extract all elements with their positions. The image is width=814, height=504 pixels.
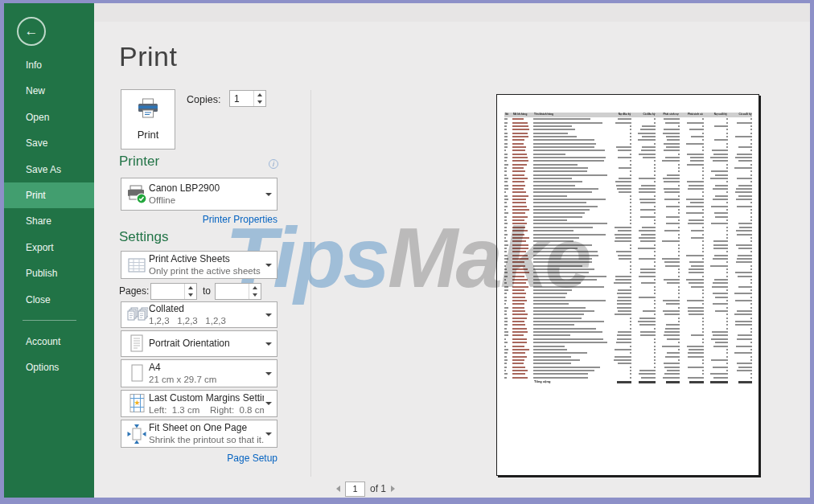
sidebar-nav: InfoNewOpenSaveSave AsPrintShareExportPu…: [4, 52, 94, 313]
svg-text:★: ★: [134, 399, 140, 407]
pages-to-label: to: [203, 285, 211, 297]
preview-table: SttMã kh.hàngTên khách hàngNợ đầu kỳCó đ…: [504, 113, 752, 385]
print-button-label: Print: [138, 129, 159, 141]
preview-total-row: Tổng cộng: [504, 379, 752, 385]
sidebar-item-save[interactable]: Save: [4, 130, 94, 156]
chevron-down-icon: [265, 432, 272, 436]
collated-icon: [125, 305, 149, 325]
spin-down-icon[interactable]: [254, 99, 265, 107]
preview-rows: [504, 117, 752, 379]
chevron-down-icon: [265, 372, 272, 375]
paper-size-icon: [125, 363, 149, 384]
spin-up-icon[interactable]: [254, 91, 265, 99]
collation-dropdown[interactable]: Collated 1,2,3 1,2,3 1,2,3: [121, 301, 278, 328]
print-preview-page: SttMã kh.hàngTên khách hàngNợ đầu kỳCó đ…: [496, 94, 759, 476]
fit-sheet-icon: [125, 424, 149, 445]
sidebar-item-export[interactable]: Export: [4, 235, 94, 260]
scaling-dropdown[interactable]: Fit Sheet on One Page Shrink the printou…: [121, 420, 278, 448]
sidebar-item-print[interactable]: Print: [4, 182, 94, 208]
page-title: Print: [119, 41, 177, 72]
paper-size-sub: 21 cm x 29.7 cm: [149, 374, 216, 385]
chevron-down-icon: [265, 342, 272, 346]
info-icon[interactable]: i: [269, 159, 278, 169]
sidebar-item-account[interactable]: Account: [4, 329, 94, 354]
chevron-down-icon: [265, 402, 272, 405]
pages-to-spinner[interactable]: [249, 284, 261, 299]
sidebar-item-options[interactable]: Options: [4, 354, 94, 380]
print-what-label: Print Active Sheets: [149, 253, 261, 265]
back-arrow-icon: ←: [25, 23, 39, 39]
printer-status: Offline: [149, 195, 220, 206]
collation-sub: 1,2,3 1,2,3 1,2,3: [149, 315, 226, 326]
printer-dropdown[interactable]: Canon LBP2900 Offline: [121, 178, 278, 211]
copies-label: Copies:: [187, 94, 220, 105]
active-sheets-icon: [125, 256, 149, 274]
portrait-page-icon: [125, 334, 149, 354]
orientation-label: Portrait Orientation: [149, 338, 230, 350]
preview-table-header: SttMã kh.hàngTên khách hàngNợ đầu kỳCó đ…: [504, 113, 752, 117]
settings-heading: Settings: [119, 229, 168, 245]
print-pane: TipsMake Print Print: [94, 22, 810, 498]
margins-label: Last Custom Margins Setting: [149, 392, 264, 404]
scaling-label: Fit Sheet on One Page: [149, 422, 264, 434]
next-page-icon[interactable]: [391, 486, 395, 492]
printer-properties-link[interactable]: Printer Properties: [121, 214, 278, 225]
backstage-view: Bang can doi phat sinh cong no cua mot t…: [4, 3, 810, 498]
copies-input[interactable]: [230, 91, 253, 106]
pages-row: Pages: to: [119, 283, 360, 300]
page-setup-link[interactable]: Page Setup: [121, 453, 278, 464]
collation-label: Collated: [149, 303, 226, 315]
copies-spinner[interactable]: [253, 91, 265, 106]
sidebar-item-save-as[interactable]: Save As: [4, 157, 94, 182]
print-button[interactable]: Print: [121, 89, 175, 150]
back-button[interactable]: ←: [17, 17, 46, 46]
sidebar-item-new[interactable]: New: [4, 78, 94, 104]
paper-size-dropdown[interactable]: A4 21 cm x 29.7 cm: [121, 359, 278, 387]
printer-heading: Printer: [119, 154, 159, 170]
title-bar: Bang can doi phat sinh cong no cua mot t…: [94, 3, 810, 22]
sidebar-divider: [23, 320, 76, 321]
pages-from-spinner[interactable]: [184, 284, 196, 299]
canon-printer-icon: [125, 184, 149, 205]
current-page-input[interactable]: [345, 481, 365, 497]
scaling-sub: Shrink the printout so that it...: [149, 434, 264, 445]
pages-label: Pages:: [119, 285, 149, 297]
sidebar-item-publish[interactable]: Publish: [4, 260, 94, 286]
sidebar-item-open[interactable]: Open: [4, 104, 94, 130]
printer-icon: [136, 98, 160, 123]
margins-dropdown[interactable]: ★ Last Custom Margins Setting Left: 1.3 …: [121, 390, 278, 417]
pages-to-stepper: [215, 283, 261, 300]
print-what-sub: Only print the active sheets: [149, 265, 261, 277]
orientation-dropdown[interactable]: Portrait Orientation: [121, 330, 278, 357]
excel-window: Bang can doi phat sinh cong no cua mot t…: [0, 0, 814, 504]
sidebar-footer-nav: AccountOptions: [4, 329, 94, 381]
printer-name: Canon LBP2900: [149, 182, 220, 195]
sidebar-item-share[interactable]: Share: [4, 208, 94, 234]
pages-from-stepper: [150, 283, 197, 300]
paper-size-label: A4: [149, 362, 216, 374]
pages-from-input[interactable]: [151, 284, 183, 299]
copies-stepper: [229, 90, 266, 107]
chevron-down-icon: [265, 193, 272, 196]
chevron-down-icon: [265, 313, 272, 317]
pages-to-input[interactable]: [216, 284, 248, 299]
chevron-down-icon: [265, 264, 272, 267]
margins-icon: ★: [125, 393, 149, 414]
previous-page-icon[interactable]: [336, 486, 340, 492]
page-navigation: of 1: [336, 481, 395, 497]
print-what-dropdown[interactable]: Print Active Sheets Only print the activ…: [121, 251, 278, 279]
page-count-label: of 1: [370, 483, 386, 494]
margins-sub: Left: 1.3 cm Right: 0.8 cm: [149, 404, 264, 416]
sidebar-item-close[interactable]: Close: [4, 287, 94, 313]
sidebar-item-info[interactable]: Info: [4, 52, 94, 78]
backstage-sidebar: ← InfoNewOpenSaveSave AsPrintShareExport…: [4, 3, 94, 498]
